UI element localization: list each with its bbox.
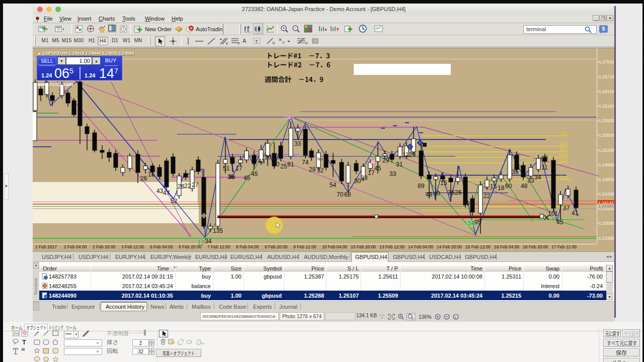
svg-text:50.0: 50.0 bbox=[559, 152, 568, 157]
svg-text:0.0: 0.0 bbox=[561, 131, 568, 136]
svg-text:51: 51 bbox=[223, 165, 230, 172]
svg-text:25: 25 bbox=[280, 163, 287, 170]
svg-text:35: 35 bbox=[512, 168, 519, 175]
svg-text:17 Feb 12:00: 17 Feb 12:00 bbox=[551, 244, 577, 249]
svg-text:43: 43 bbox=[258, 158, 265, 165]
svg-text:i: i bbox=[455, 315, 456, 320]
svg-text:100.0: 100.0 bbox=[557, 174, 568, 179]
svg-text:33: 33 bbox=[294, 140, 301, 147]
svg-text:54: 54 bbox=[330, 182, 337, 189]
svg-text:T: T bbox=[255, 39, 258, 44]
svg-text:61.8: 61.8 bbox=[559, 158, 568, 163]
svg-text:1.23695: 1.23695 bbox=[599, 221, 614, 226]
svg-text:11: 11 bbox=[541, 164, 548, 171]
svg-text:13✽8: 13✽8 bbox=[283, 115, 294, 120]
svg-text:E: E bbox=[226, 42, 228, 45]
svg-text:52: 52 bbox=[171, 198, 178, 205]
svg-text:43: 43 bbox=[156, 188, 164, 195]
svg-text:15: 15 bbox=[440, 179, 447, 187]
svg-text:70: 70 bbox=[337, 191, 344, 198]
svg-text:23: 23 bbox=[361, 174, 368, 182]
svg-text:48: 48 bbox=[426, 191, 433, 198]
svg-text:10 Feb 04:00: 10 Feb 04:00 bbox=[322, 244, 347, 249]
svg-text:33: 33 bbox=[527, 177, 534, 184]
svg-text:1.26410: 1.26410 bbox=[599, 89, 614, 94]
svg-text:22: 22 bbox=[184, 183, 191, 190]
svg-text:2 Feb 04:00: 2 Feb 04:00 bbox=[64, 244, 87, 249]
svg-text:1.23390: 1.23390 bbox=[599, 236, 614, 241]
svg-text:10 Feb 20:00: 10 Feb 20:00 bbox=[351, 244, 376, 249]
svg-text:3 Feb 12:00: 3 Feb 12:00 bbox=[121, 244, 144, 249]
svg-text:1.24900: 1.24900 bbox=[599, 162, 614, 167]
svg-text:13 Feb 12:00: 13 Feb 12:00 bbox=[379, 244, 405, 249]
svg-text:1.27015: 1.27015 bbox=[599, 59, 614, 64]
svg-text:1.25200: 1.25200 bbox=[599, 148, 614, 153]
svg-text:33: 33 bbox=[389, 170, 396, 177]
svg-text:34: 34 bbox=[205, 238, 212, 245]
svg-text:▲ GBPUSD,H4 1.24418 1.24444 1: ▲ GBPUSD,H4 1.24418 1.24444 1.24031 1.24… bbox=[37, 51, 134, 56]
svg-text:29: 29 bbox=[382, 157, 389, 164]
svg-text:1.26710: 1.26710 bbox=[599, 74, 614, 79]
svg-text:1129: 1129 bbox=[403, 151, 416, 158]
svg-text:40: 40 bbox=[433, 190, 440, 197]
svg-text:T: T bbox=[22, 338, 26, 346]
svg-text:36: 36 bbox=[448, 189, 455, 196]
svg-text:15: 15 bbox=[148, 171, 155, 178]
svg-text:18: 18 bbox=[498, 185, 505, 192]
svg-text:95: 95 bbox=[474, 219, 481, 226]
svg-text:1.24600: 1.24600 bbox=[599, 177, 614, 182]
svg-text:www.forttp.com: www.forttp.com bbox=[37, 81, 73, 87]
svg-text:48: 48 bbox=[521, 183, 528, 190]
svg-text:8 Feb 04:00: 8 Feb 04:00 bbox=[236, 244, 259, 249]
svg-text:81: 81 bbox=[287, 161, 294, 168]
svg-text:45: 45 bbox=[251, 170, 258, 177]
svg-text:1.26110: 1.26110 bbox=[599, 104, 614, 109]
svg-text:F: F bbox=[306, 42, 308, 45]
svg-text:1.24064: 1.24064 bbox=[598, 204, 614, 209]
svg-text:6 Feb 20:00: 6 Feb 20:00 bbox=[179, 244, 202, 249]
svg-text:34: 34 bbox=[534, 174, 541, 181]
svg-text:89: 89 bbox=[418, 183, 425, 190]
svg-text:17: 17 bbox=[235, 165, 243, 172]
svg-text:74: 74 bbox=[302, 159, 309, 166]
svg-text:45: 45 bbox=[244, 174, 251, 182]
svg-text:G: G bbox=[272, 41, 275, 45]
svg-text:2 Feb 20:00: 2 Feb 20:00 bbox=[93, 244, 116, 249]
svg-text:32: 32 bbox=[317, 167, 324, 174]
svg-text:45: 45 bbox=[374, 165, 381, 172]
svg-text:41: 41 bbox=[572, 210, 579, 217]
svg-text:Rx: Rx bbox=[201, 342, 204, 345]
svg-text:22: 22 bbox=[484, 193, 491, 200]
svg-text:6 Feb 04:00: 6 Feb 04:00 bbox=[150, 244, 173, 249]
svg-text:8 Feb 20:00: 8 Feb 20:00 bbox=[265, 244, 288, 249]
svg-text:14 Feb 04:00: 14 Feb 04:00 bbox=[408, 244, 433, 249]
svg-text:1.25505: 1.25505 bbox=[599, 133, 614, 138]
svg-text:37: 37 bbox=[563, 205, 570, 212]
svg-text:136%: 136% bbox=[419, 314, 432, 320]
svg-text:27: 27 bbox=[192, 182, 199, 189]
svg-text:101: 101 bbox=[548, 210, 558, 217]
svg-text:36: 36 bbox=[228, 173, 235, 180]
svg-text:1.24295: 1.24295 bbox=[599, 192, 614, 197]
svg-text:7 Feb 12:00: 7 Feb 12:00 bbox=[207, 244, 230, 249]
svg-text:15: 15 bbox=[490, 183, 497, 190]
svg-text:26: 26 bbox=[178, 183, 185, 190]
svg-text:Tex: Tex bbox=[317, 157, 323, 161]
svg-text:23.6: 23.6 bbox=[559, 141, 568, 146]
svg-text:1 Feb 2017: 1 Feb 2017 bbox=[35, 244, 57, 249]
svg-text:60: 60 bbox=[505, 183, 512, 190]
svg-text:26: 26 bbox=[140, 175, 147, 182]
svg-text:38.2: 38.2 bbox=[559, 147, 568, 152]
svg-text:14 Feb 20:00: 14 Feb 20:00 bbox=[437, 244, 462, 249]
svg-text:30: 30 bbox=[265, 154, 272, 161]
svg-text:47: 47 bbox=[163, 190, 170, 197]
svg-text:15 Feb 12:00: 15 Feb 12:00 bbox=[465, 244, 491, 249]
svg-text:28: 28 bbox=[309, 166, 316, 173]
svg-text:40: 40 bbox=[273, 161, 280, 168]
svg-text:135: 135 bbox=[213, 227, 223, 234]
svg-text:1.25805: 1.25805 bbox=[599, 118, 614, 123]
svg-text:16 Feb 04:00: 16 Feb 04:00 bbox=[494, 244, 519, 249]
svg-text:26: 26 bbox=[455, 189, 462, 196]
svg-text:31: 31 bbox=[396, 161, 403, 168]
svg-text:9 Feb 12:00: 9 Feb 12:00 bbox=[293, 244, 316, 249]
